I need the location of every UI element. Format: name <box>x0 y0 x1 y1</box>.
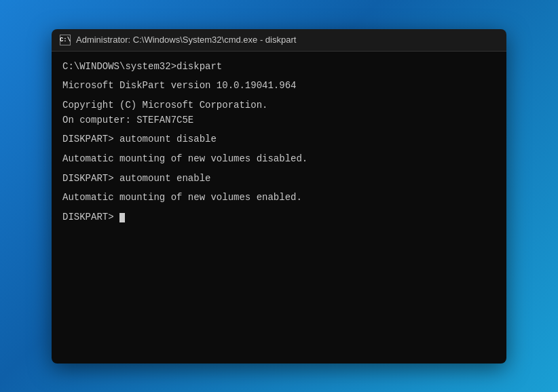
terminal-line: On computer: STEFAN7C5E <box>62 113 496 128</box>
cmd-window: C:\ Administrator: C:\Windows\System32\c… <box>52 29 506 364</box>
terminal-prompt-line: DISKPART> <box>62 210 496 225</box>
gap <box>62 205 496 210</box>
terminal-line: Automatic mounting of new volumes enable… <box>62 191 496 205</box>
gap <box>62 186 496 191</box>
gap <box>62 128 496 132</box>
gap <box>62 94 496 98</box>
window-title: Administrator: C:\Windows\System32\cmd.e… <box>76 35 296 45</box>
terminal-line: C:\WINDOWS\system32>diskpart <box>62 60 496 75</box>
terminal-line: DISKPART> automount disable <box>62 132 496 147</box>
terminal-line: DISKPART> automount enable <box>62 172 496 187</box>
terminal-line: Automatic mounting of new volumes disabl… <box>62 152 496 167</box>
terminal-line: Microsoft DiskPart version 10.0.19041.96… <box>62 79 496 94</box>
cmd-icon: C:\ <box>60 35 71 45</box>
terminal-body[interactable]: C:\WINDOWS\system32>diskpart Microsoft D… <box>52 52 506 364</box>
gap <box>62 167 496 172</box>
gap <box>62 74 496 79</box>
gap <box>62 147 496 152</box>
cmd-logo: C:\ <box>60 35 71 45</box>
title-bar: C:\ Administrator: C:\Windows\System32\c… <box>52 29 506 52</box>
terminal-line: Copyright (C) Microsoft Corporation. <box>62 98 496 113</box>
terminal-cursor <box>119 213 125 222</box>
